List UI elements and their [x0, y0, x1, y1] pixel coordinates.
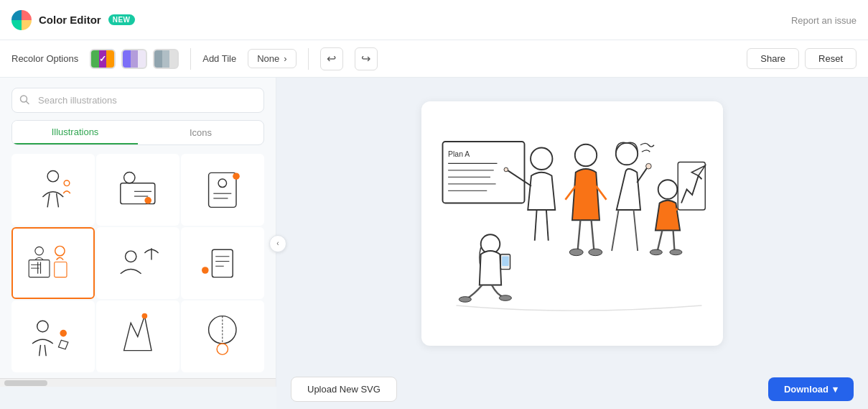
search-bar: [11, 88, 264, 113]
svg-point-61: [658, 180, 678, 199]
svg-line-4: [57, 193, 59, 207]
svg-point-60: [646, 163, 652, 169]
add-tile-label: Add Tile: [202, 53, 236, 64]
undo-button[interactable]: ↩: [320, 47, 343, 70]
svg-line-63: [658, 231, 663, 252]
svg-line-3: [47, 193, 50, 207]
svg-line-55: [592, 220, 594, 251]
svg-point-46: [531, 148, 552, 170]
svg-line-59: [637, 167, 647, 183]
topbar: Color Editor NEW Report an issue: [0, 0, 868, 40]
color-swatch-3[interactable]: [153, 49, 179, 69]
svg-point-19: [55, 246, 65, 255]
svg-point-71: [459, 297, 471, 303]
svg-point-30: [202, 267, 209, 274]
download-button[interactable]: Download ▾: [768, 377, 854, 401]
svg-point-7: [124, 172, 135, 183]
svg-point-21: [35, 247, 44, 255]
svg-point-15: [233, 173, 240, 180]
svg-point-24: [126, 251, 136, 262]
svg-line-49: [535, 210, 537, 241]
svg-point-34: [60, 329, 67, 336]
color-swatch-1[interactable]: [90, 49, 116, 69]
list-item[interactable]: [181, 227, 264, 299]
svg-text:Plan A: Plan A: [448, 150, 470, 158]
left-panel-wrapper: Illustrations Icons: [0, 78, 276, 409]
illustration-grid: [0, 154, 276, 378]
svg-line-33: [45, 345, 46, 356]
svg-point-37: [217, 344, 228, 354]
share-button[interactable]: Share: [747, 48, 799, 69]
horizontal-scrollbar[interactable]: [0, 378, 276, 387]
list-item[interactable]: [181, 154, 264, 226]
list-item[interactable]: [181, 300, 264, 372]
add-tile-value: None: [257, 53, 279, 64]
toolbar-divider-2: [308, 48, 309, 70]
svg-line-54: [578, 220, 581, 251]
right-panel: Plan A: [276, 78, 868, 409]
download-label: Download: [784, 384, 829, 395]
upload-svg-button[interactable]: Upload New SVG: [291, 377, 397, 402]
undo-icon: ↩: [327, 52, 336, 65]
list-item[interactable]: [96, 154, 179, 226]
svg-point-31: [37, 321, 48, 331]
collapse-panel-button[interactable]: ‹: [269, 235, 286, 252]
toolbar-actions: Share Reset: [747, 48, 857, 69]
svg-line-50: [546, 210, 549, 241]
illustration-preview: Plan A: [421, 101, 723, 346]
svg-point-5: [64, 180, 70, 186]
tab-row: Illustrations Icons: [11, 120, 264, 145]
svg-point-57: [589, 249, 602, 256]
toolbar-divider: [190, 48, 191, 70]
illustration-grid-wrap[interactable]: [0, 154, 276, 378]
download-chevron-icon: ▾: [833, 384, 838, 395]
svg-point-66: [670, 249, 682, 255]
add-tile-button[interactable]: None ›: [248, 49, 296, 68]
svg-point-58: [616, 143, 638, 165]
svg-point-56: [569, 249, 583, 256]
topbar-right: Report an issue: [791, 14, 857, 27]
report-issue-link[interactable]: Report an issue: [791, 15, 857, 26]
svg-point-35: [142, 313, 148, 318]
list-item[interactable]: [96, 227, 179, 299]
app-logo: [11, 10, 32, 30]
new-badge: NEW: [108, 14, 135, 25]
main-layout: Illustrations Icons: [0, 78, 868, 409]
svg-line-64: [673, 231, 675, 252]
left-panel: Illustrations Icons: [0, 78, 276, 387]
svg-rect-20: [55, 262, 67, 277]
redo-button[interactable]: ↪: [355, 47, 378, 70]
list-item[interactable]: [11, 154, 95, 226]
svg-point-12: [218, 179, 227, 188]
search-input[interactable]: [11, 88, 264, 113]
svg-line-32: [39, 345, 41, 356]
color-swatch-group: [90, 49, 179, 69]
svg-point-65: [650, 249, 662, 255]
app-title: Color Editor: [39, 14, 101, 26]
scrollbar-thumb[interactable]: [4, 380, 47, 386]
tab-illustrations[interactable]: Illustrations: [12, 121, 138, 144]
bottom-bar: Upload New SVG Download ▾: [276, 369, 868, 409]
svg-rect-26: [213, 249, 233, 277]
svg-point-48: [504, 167, 508, 172]
svg-point-10: [145, 197, 152, 204]
svg-rect-11: [209, 173, 236, 207]
color-swatch-2[interactable]: [121, 49, 147, 69]
svg-point-51: [575, 144, 597, 166]
svg-rect-70: [502, 257, 509, 266]
tab-icons[interactable]: Icons: [138, 121, 263, 144]
reset-button[interactable]: Reset: [805, 48, 857, 69]
list-item[interactable]: [96, 300, 179, 372]
list-item[interactable]: [11, 300, 95, 372]
recolor-label: Recolor Options: [11, 53, 78, 64]
canvas-area: Plan A: [276, 78, 868, 369]
svg-point-72: [499, 295, 511, 301]
svg-point-2: [47, 170, 58, 181]
redo-icon: ↪: [361, 52, 370, 65]
list-item[interactable]: [11, 227, 95, 299]
collapse-icon: ‹: [276, 239, 279, 247]
toolbar: Recolor Options Add Tile None › ↩ ↪ Shar…: [0, 40, 868, 78]
add-tile-chevron-icon: ›: [284, 53, 286, 64]
